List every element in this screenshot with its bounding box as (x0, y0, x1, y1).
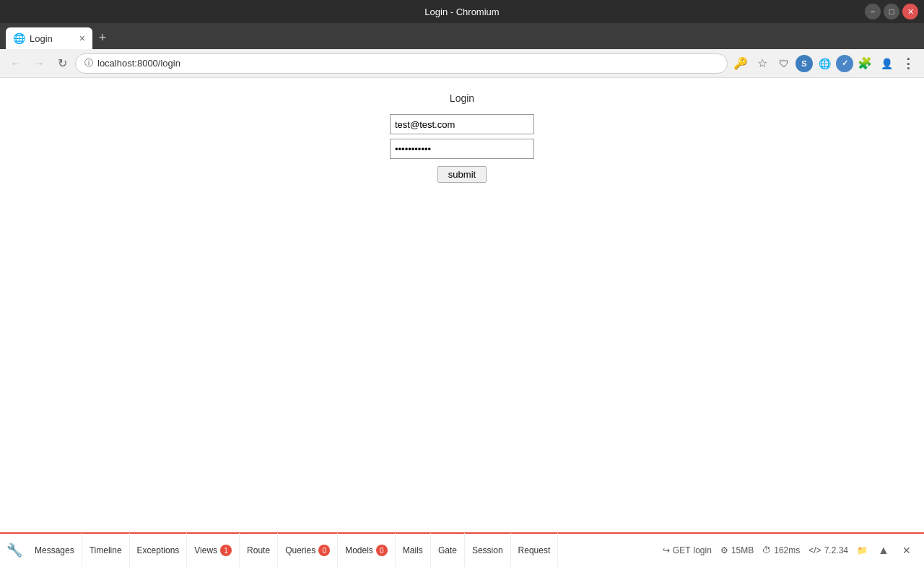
nav-bar: ← → ↻ ⓘ localhost:8000/login 🔑 ☆ 🛡 S 🌐 ✓… (0, 49, 924, 78)
debug-logo: 🔧 (4, 540, 25, 560)
debug-close-button[interactable]: ✕ (899, 543, 914, 558)
debug-method-route[interactable]: ↪ GET login (663, 545, 712, 555)
debug-views[interactable]: Views 1 (187, 533, 240, 567)
extension-s-button[interactable]: S (796, 55, 813, 72)
login-tab[interactable]: 🌐 Login × (6, 27, 92, 49)
close-button[interactable]: ✕ (902, 4, 918, 20)
bookmark-button[interactable]: ☆ (752, 53, 772, 74)
debug-timeline-label: Timeline (90, 545, 122, 555)
debug-models[interactable]: Models 0 (338, 533, 396, 567)
window-controls: − □ ✕ (865, 4, 918, 20)
debug-time-icon: ⏱ (762, 545, 771, 555)
debug-views-badge: 1 (220, 545, 232, 556)
debug-queries[interactable]: Queries 0 (278, 533, 338, 567)
debug-route-arrow-icon: ↪ (663, 545, 670, 555)
back-button[interactable]: ← (6, 53, 26, 74)
back-icon: ← (10, 57, 22, 70)
debug-method-label: GET (673, 545, 691, 555)
debug-version-icon: </> (808, 545, 821, 555)
debug-views-label: Views (194, 545, 217, 555)
password-manager-button[interactable]: 🔑 (731, 53, 751, 74)
reload-icon: ↻ (58, 56, 67, 70)
tab-bar: 🌐 Login × + (0, 23, 924, 49)
debug-session[interactable]: Session (465, 533, 511, 567)
debug-route-label: Route (247, 545, 270, 555)
debug-queries-badge: 0 (318, 545, 330, 556)
login-form: submit (390, 114, 534, 183)
tab-favicon: 🌐 (13, 33, 25, 44)
debug-messages-label: Messages (35, 545, 74, 555)
debug-logo-icon: 🔧 (6, 542, 22, 558)
debug-exceptions[interactable]: Exceptions (130, 533, 188, 567)
debug-time[interactable]: ⏱ 162ms (762, 545, 800, 555)
debug-toolbar: 🔧 Messages Timeline Exceptions Views 1 R… (0, 532, 924, 567)
reload-button[interactable]: ↻ (52, 53, 72, 74)
debug-expand-button[interactable]: ▲ (876, 543, 891, 558)
debug-queries-label: Queries (285, 545, 315, 555)
window-title: Login - Chromium (424, 7, 499, 17)
debug-files-icon: 📁 (857, 545, 868, 555)
page-title: Login (450, 92, 474, 104)
debug-gate[interactable]: Gate (431, 533, 465, 567)
debug-models-label: Models (345, 545, 373, 555)
debug-memory-value: 15MB (731, 545, 754, 555)
minimize-button[interactable]: − (865, 4, 881, 20)
debug-timeline[interactable]: Timeline (82, 533, 130, 567)
debug-mails[interactable]: Mails (396, 533, 431, 567)
profile-button[interactable]: 👤 (876, 53, 897, 74)
debug-memory[interactable]: ⚙ 15MB (720, 545, 754, 555)
debug-messages[interactable]: Messages (27, 533, 82, 567)
debug-right-section: ↪ GET login ⚙ 15MB ⏱ 162ms </> 7.2.34 📁 … (663, 543, 920, 558)
debug-gate-label: Gate (438, 545, 457, 555)
debug-models-badge: 0 (376, 545, 388, 556)
tab-label: Login (30, 33, 53, 44)
lock-icon: ⓘ (84, 57, 93, 69)
extensions-button[interactable]: 🧩 (855, 53, 875, 74)
debug-session-label: Session (472, 545, 503, 555)
forward-icon: → (33, 57, 45, 70)
nav-actions: 🔑 ☆ 🛡 S 🌐 ✓ 🧩 👤 ⋮ (731, 53, 918, 74)
maximize-button[interactable]: □ (884, 4, 899, 20)
debug-route[interactable]: Route (240, 533, 278, 567)
email-input[interactable] (390, 114, 534, 134)
tab-close-button[interactable]: × (79, 33, 85, 44)
debug-memory-icon: ⚙ (720, 545, 728, 555)
url-text: localhost:8000/login (97, 58, 180, 69)
title-bar: Login - Chromium − □ ✕ (0, 0, 924, 23)
debug-mails-label: Mails (403, 545, 423, 555)
extension-c-button[interactable]: ✓ (836, 55, 853, 72)
debug-files-button[interactable]: 📁 (857, 545, 868, 555)
address-bar[interactable]: ⓘ localhost:8000/login (75, 53, 728, 74)
submit-button[interactable]: submit (437, 166, 487, 183)
extension-1-button[interactable]: 🛡 (774, 53, 794, 74)
debug-exceptions-label: Exceptions (137, 545, 180, 555)
extension-2-button[interactable]: 🌐 (814, 53, 834, 74)
debug-version[interactable]: </> 7.2.34 (808, 545, 848, 555)
debug-request-label: Request (518, 545, 551, 555)
debug-request[interactable]: Request (511, 533, 559, 567)
password-input[interactable] (390, 139, 534, 159)
debug-time-value: 162ms (774, 545, 800, 555)
new-tab-button[interactable]: + (92, 27, 113, 48)
page-content: Login submit (0, 78, 924, 532)
debug-version-value: 7.2.34 (824, 545, 848, 555)
menu-button[interactable]: ⋮ (898, 53, 918, 74)
debug-route-name: login (694, 545, 712, 555)
forward-button[interactable]: → (29, 53, 49, 74)
